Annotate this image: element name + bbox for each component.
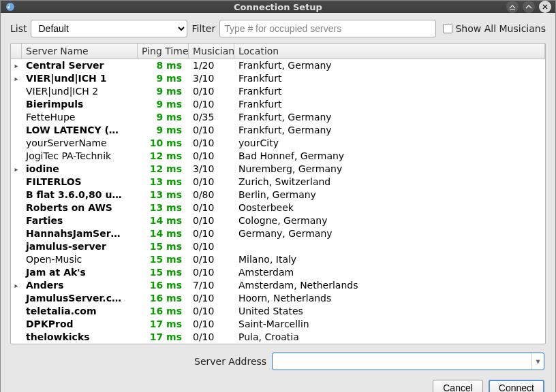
server-name-cell: JogiTec PA-Technik — [22, 150, 138, 163]
chevron-down-icon[interactable]: ▼ — [531, 353, 544, 370]
server-name-cell: JamulusServer.c… — [22, 292, 138, 305]
musicians-cell: 0/10 — [189, 176, 234, 189]
expand-icon[interactable]: ▸ — [11, 163, 22, 176]
musicians-cell: 0/10 — [189, 227, 234, 240]
location-cell: Amsterdam — [234, 266, 545, 279]
ping-cell: 8 ms — [138, 59, 189, 72]
col-ping-time[interactable]: Ping Time — [138, 44, 189, 59]
musicians-cell: 0/35 — [189, 111, 234, 124]
ping-cell: 16 ms — [138, 292, 189, 305]
musicians-cell: 0/10 — [189, 318, 234, 331]
server-name-cell: VIER|und|ICH 2 — [22, 85, 138, 98]
ping-cell: 9 ms — [138, 72, 189, 85]
musicians-cell: 0/10 — [189, 240, 234, 253]
table-row[interactable]: Jam at Ak's15 ms0/10Amsterdam — [11, 266, 545, 279]
table-row[interactable]: JamulusServer.c…16 ms0/10Hoorn, Netherla… — [11, 292, 545, 305]
app-icon — [5, 1, 16, 12]
server-address-row: Server Address ▼ — [10, 350, 546, 372]
server-address-input[interactable] — [273, 353, 531, 371]
table-row[interactable]: VIER|und|ICH 29 ms0/10Frankfurt — [11, 85, 545, 98]
musicians-cell: 0/10 — [189, 331, 234, 344]
table-row[interactable]: Bierimpuls9 ms0/10Frankfurt — [11, 98, 545, 111]
ping-cell: 10 ms — [138, 137, 189, 150]
table-row[interactable]: thelowkicks17 ms0/10Pula, Croatia — [11, 331, 545, 344]
table-row[interactable]: jamulus-server15 ms0/10 — [11, 240, 545, 253]
list-select[interactable]: Default — [31, 20, 187, 37]
table-row[interactable]: Farties14 ms0/10Cologne, Germany — [11, 214, 545, 227]
table-row[interactable]: ▸iodine12 ms3/10Nuremberg, Germany — [11, 163, 545, 176]
ping-cell: 9 ms — [138, 85, 189, 98]
table-row[interactable]: ▸Central Server8 ms1/20Frankfurt, German… — [11, 59, 545, 72]
server-name-cell: VIER|und|ICH 1 — [22, 72, 138, 85]
ping-cell: 15 ms — [138, 266, 189, 279]
col-musicians[interactable]: Musicians — [189, 44, 234, 59]
col-location[interactable]: Location — [234, 44, 545, 59]
musicians-cell: 0/10 — [189, 201, 234, 214]
checkbox-icon — [443, 24, 452, 33]
server-name-cell: iodine — [22, 163, 138, 176]
location-cell: Bad Honnef, Germany — [234, 150, 545, 163]
expand-icon[interactable]: ▸ — [11, 279, 22, 292]
ping-cell: 9 ms — [138, 98, 189, 111]
server-name-cell: teletalia.com — [22, 305, 138, 318]
table-row[interactable]: LOW LATENCY (…9 ms0/10Frankfurt, Germany — [11, 124, 545, 137]
musicians-cell: 0/10 — [189, 85, 234, 98]
connect-button[interactable]: Connect — [489, 380, 544, 392]
dialog-buttons: Cancel Connect — [10, 377, 546, 392]
show-all-musicians-checkbox[interactable]: Show All Musicians — [443, 23, 546, 34]
ping-cell: 14 ms — [138, 214, 189, 227]
table-row[interactable]: FetteHupe9 ms0/35Frankfurt, Germany — [11, 111, 545, 124]
close-button[interactable] — [539, 1, 551, 13]
location-cell: Frankfurt, Germany — [234, 124, 545, 137]
table-row[interactable]: yourServerName10 ms0/10yourCity — [11, 137, 545, 150]
table-row[interactable]: ▸VIER|und|ICH 19 ms3/10Frankfurt — [11, 72, 545, 85]
ping-cell: 13 ms — [138, 189, 189, 201]
cancel-button[interactable]: Cancel — [433, 380, 483, 392]
musicians-cell: 0/10 — [189, 305, 234, 318]
expand-icon[interactable]: ▸ — [11, 59, 22, 72]
server-name-cell: FILTERLOS — [22, 176, 138, 189]
table-row[interactable]: B flat 3.6.0,80 u…13 ms0/80Berlin, Germa… — [11, 189, 545, 201]
musicians-cell: 0/10 — [189, 292, 234, 305]
location-cell: Germany, Germany — [234, 227, 545, 240]
location-cell: yourCity — [234, 137, 545, 150]
ping-cell: 17 ms — [138, 331, 189, 344]
server-name-cell: Bierimpuls — [22, 98, 138, 111]
maximize-button[interactable] — [523, 1, 535, 13]
connection-setup-window: Connection Setup List Default Filter Sho… — [0, 0, 556, 392]
col-expand — [11, 44, 22, 59]
ping-cell: 16 ms — [138, 305, 189, 318]
table-body[interactable]: ▸Central Server8 ms1/20Frankfurt, German… — [11, 59, 545, 344]
musicians-cell: 0/10 — [189, 98, 234, 111]
table-row[interactable]: Roberts on AWS13 ms0/10Oosterbeek — [11, 201, 545, 214]
server-name-cell: jamulus-server — [22, 240, 138, 253]
musicians-cell: 0/10 — [189, 150, 234, 163]
server-name-cell: Central Server — [22, 59, 138, 72]
musicians-cell: 0/10 — [189, 124, 234, 137]
server-address-combo[interactable]: ▼ — [272, 353, 544, 370]
top-controls: List Default Filter Show All Musicians — [10, 20, 546, 37]
location-cell: Hoorn, Netherlands — [234, 292, 545, 305]
table-row[interactable]: Open-Music15 ms0/10Milano, Italy — [11, 253, 545, 266]
location-cell: Frankfurt, Germany — [234, 59, 545, 72]
table-row[interactable]: DPKProd17 ms0/10Saint-Marcellin — [11, 318, 545, 331]
filter-input[interactable] — [219, 20, 436, 37]
col-server-name[interactable]: Server Name — [22, 44, 138, 59]
show-all-label: Show All Musicians — [455, 23, 546, 34]
server-name-cell: Roberts on AWS — [22, 201, 138, 214]
server-name-cell: Jam at Ak's — [22, 266, 138, 279]
table-row[interactable]: HannahsJamSer…14 ms0/10Germany, Germany — [11, 227, 545, 240]
table-row[interactable]: JogiTec PA-Technik12 ms0/10Bad Honnef, G… — [11, 150, 545, 163]
musicians-cell: 7/10 — [189, 279, 234, 292]
ping-cell: 17 ms — [138, 318, 189, 331]
ping-cell: 12 ms — [138, 163, 189, 176]
musicians-cell: 0/10 — [189, 266, 234, 279]
musicians-cell: 0/10 — [189, 214, 234, 227]
shade-button[interactable] — [506, 1, 519, 13]
table-row[interactable]: FILTERLOS13 ms0/10Zurich, Switzerland — [11, 176, 545, 189]
server-name-cell: DPKProd — [22, 318, 138, 331]
table-row[interactable]: ▸Anders16 ms7/10Amsterdam, Netherlands — [11, 279, 545, 292]
expand-icon[interactable]: ▸ — [11, 72, 22, 85]
table-row[interactable]: teletalia.com16 ms0/10United States — [11, 305, 545, 318]
ping-cell: 13 ms — [138, 201, 189, 214]
